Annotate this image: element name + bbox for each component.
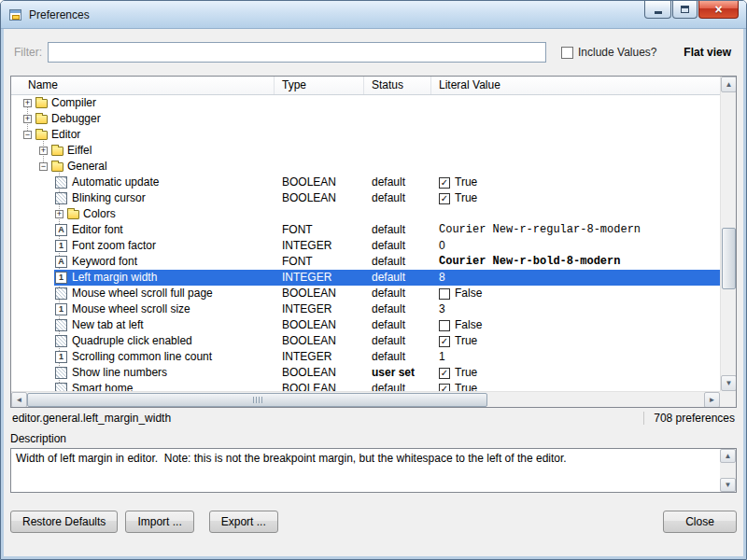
pref-name: Font zoom factor <box>72 238 156 254</box>
minimize-button[interactable] <box>644 1 671 19</box>
column-header-literal-value[interactable]: Literal Value <box>431 77 720 94</box>
pref-type: FONT <box>275 222 364 238</box>
restore-defaults-button[interactable]: Restore Defaults <box>10 511 118 533</box>
expand-icon[interactable]: + <box>39 147 48 155</box>
pref-value: ✓True <box>431 190 720 206</box>
vertical-scroll-thumb[interactable] <box>722 228 736 289</box>
export-button[interactable]: Export ... <box>209 511 278 533</box>
pref-name: Colors <box>83 206 116 222</box>
tree-row[interactable]: +Colors <box>11 206 720 222</box>
pref-status <box>364 143 431 159</box>
pref-type: INTEGER <box>275 270 364 286</box>
pref-name: Mouse wheel scroll size <box>72 301 190 317</box>
description-text: Width of left margin in editor. Note: th… <box>11 449 736 468</box>
pref-name: Mouse wheel scroll full page <box>72 286 213 301</box>
pref-status <box>364 111 431 127</box>
checked-checkbox-icon[interactable]: ✓ <box>439 193 450 204</box>
preferences-window: Preferences × Filter: Include Values? Fl… <box>0 0 747 560</box>
pref-status: default <box>364 317 431 333</box>
description-scroll-down-icon[interactable]: ▼ <box>720 478 736 492</box>
pref-value: ✓True <box>431 175 720 190</box>
checked-checkbox-icon[interactable]: ✓ <box>439 336 450 347</box>
pref-value: 1 <box>431 349 720 365</box>
collapse-icon[interactable]: − <box>23 131 32 139</box>
expand-icon[interactable]: + <box>23 99 32 107</box>
pref-name: Keyword font <box>72 254 137 270</box>
tree-row[interactable]: 1Left margin widthINTEGERdefault8 <box>11 270 720 286</box>
tree-row[interactable]: −General <box>11 159 720 175</box>
import-button[interactable]: Import ... <box>125 511 193 533</box>
window-controls: × <box>644 1 739 19</box>
pref-value-text: False <box>455 286 482 301</box>
expand-icon[interactable]: + <box>55 210 63 218</box>
pref-value: Courier New-r-regular-8-modern <box>431 222 720 238</box>
horizontal-scroll-thumb[interactable] <box>27 393 487 407</box>
maximize-button[interactable] <box>672 1 698 19</box>
unchecked-checkbox-icon[interactable] <box>439 320 450 331</box>
column-header-status[interactable]: Status <box>364 77 431 94</box>
pref-status <box>364 206 431 222</box>
preferences-app-icon <box>8 7 23 22</box>
expand-icon[interactable]: + <box>23 115 32 123</box>
pref-value: Courier New-r-bold-8-modern <box>431 254 720 270</box>
flat-view-button[interactable]: Flat view <box>684 46 731 59</box>
vertical-scrollbar[interactable]: ▲ ▼ <box>720 77 736 391</box>
tree-row[interactable]: Blinking cursorBOOLEANdefault✓True <box>11 190 720 206</box>
column-header-type[interactable]: Type <box>275 77 364 94</box>
tree-row[interactable]: 1Scrolling common line countINTEGERdefau… <box>11 349 720 365</box>
tree-row[interactable]: +Eiffel <box>11 143 720 159</box>
pref-type: BOOLEAN <box>275 317 364 333</box>
pref-value-text: True <box>455 190 477 206</box>
unchecked-checkbox-icon[interactable] <box>439 288 450 300</box>
pref-value: ✓True <box>431 333 720 349</box>
pref-status <box>364 127 431 143</box>
pref-value: ✓True <box>431 365 720 381</box>
close-icon: × <box>714 2 722 17</box>
tree-row[interactable]: AKeyword fontFONTdefaultCourier New-r-bo… <box>11 254 720 270</box>
pref-value: 3 <box>431 301 720 317</box>
filter-input[interactable] <box>48 42 546 63</box>
pref-type: INTEGER <box>275 238 364 254</box>
tree-row[interactable]: −Editor <box>11 127 720 143</box>
horizontal-scrollbar[interactable]: ◄ ► <box>11 391 720 407</box>
tree-row[interactable]: Show line numbersBOOLEANuser set✓True <box>11 365 720 381</box>
window-title: Preferences <box>29 8 90 21</box>
pref-value: ✓True <box>431 381 720 391</box>
tree-row[interactable]: New tab at leftBOOLEANdefaultFalse <box>11 317 720 333</box>
tree-row[interactable]: Quadruple click enabledBOOLEANdefault✓Tr… <box>11 333 720 349</box>
pref-status: default <box>364 349 431 365</box>
pref-value <box>431 143 720 159</box>
boolean-pref-icon <box>55 319 67 331</box>
tree-row[interactable]: 1Font zoom factorINTEGERdefault0 <box>11 238 720 254</box>
column-header-name[interactable]: Name <box>11 77 275 94</box>
tree-body: +Compiler+Debugger−Editor+Eiffel−General… <box>11 95 720 391</box>
tree-row[interactable]: 1Mouse wheel scroll sizeINTEGERdefault3 <box>11 301 720 317</box>
tree-row[interactable]: +Compiler <box>11 95 720 111</box>
tree-row[interactable]: Automatic updateBOOLEANdefault✓True <box>11 175 720 190</box>
description-scrollbar[interactable]: ▲ ▼ <box>720 449 736 492</box>
checked-checkbox-icon[interactable]: ✓ <box>439 177 450 189</box>
pref-status: default <box>364 333 431 349</box>
pref-value-text: Courier New-r-regular-8-modern <box>439 222 641 238</box>
checked-checkbox-icon[interactable]: ✓ <box>439 368 450 379</box>
tree-row[interactable]: +Debugger <box>11 111 720 127</box>
scroll-up-icon[interactable]: ▲ <box>721 77 737 92</box>
checked-checkbox-icon[interactable]: ✓ <box>439 384 450 392</box>
pref-name: Editor font <box>72 222 123 238</box>
scroll-down-icon[interactable]: ▼ <box>721 375 737 391</box>
tree-row[interactable]: Mouse wheel scroll full pageBOOLEANdefau… <box>11 286 720 301</box>
close-window-button[interactable]: × <box>698 1 739 19</box>
titlebar[interactable]: Preferences × <box>1 1 746 29</box>
pref-type: BOOLEAN <box>275 190 364 206</box>
description-scroll-up-icon[interactable]: ▲ <box>720 449 736 463</box>
scroll-right-icon[interactable]: ► <box>704 392 720 408</box>
include-values-checkbox[interactable] <box>561 47 573 59</box>
close-button[interactable]: Close <box>663 511 737 533</box>
tree-row[interactable]: Smart homeBOOLEANdefault✓True <box>11 381 720 391</box>
tree-row[interactable]: AEditor fontFONTdefaultCourier New-r-reg… <box>11 222 720 238</box>
scroll-left-icon[interactable]: ◄ <box>11 392 27 408</box>
collapse-icon[interactable]: − <box>39 162 48 171</box>
folder-icon <box>35 131 48 140</box>
boolean-pref-icon <box>55 287 67 300</box>
selected-preference-path: editor.general.left_margin_width <box>12 412 171 425</box>
